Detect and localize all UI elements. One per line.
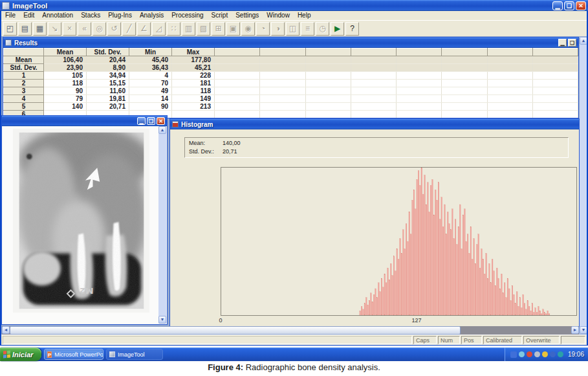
table-cell[interactable] bbox=[215, 64, 260, 72]
results-maximize-button[interactable]: ❏ bbox=[568, 39, 576, 47]
table-cell[interactable] bbox=[351, 87, 396, 95]
table-cell[interactable]: 90 bbox=[129, 103, 172, 111]
menu-stacks[interactable]: Stacks bbox=[77, 11, 104, 20]
table-cell[interactable]: 20,44 bbox=[87, 56, 129, 64]
threshold-button[interactable]: ◑ bbox=[271, 22, 285, 36]
main-titlebar[interactable]: ImageTool ▁ ❏ ✕ bbox=[0, 0, 588, 11]
list-button[interactable]: ≡ bbox=[301, 22, 314, 36]
table-cell[interactable]: 105 bbox=[44, 72, 87, 80]
help-button[interactable]: ? bbox=[345, 22, 359, 36]
table-cell[interactable] bbox=[351, 95, 396, 103]
antivirus-tray-icon[interactable] bbox=[527, 351, 532, 357]
scroll-up-icon[interactable]: ▲ bbox=[580, 37, 587, 45]
table-cell[interactable] bbox=[442, 87, 487, 95]
table-cell[interactable] bbox=[305, 72, 351, 80]
roi-tool-button[interactable]: ▣ bbox=[226, 22, 240, 36]
table-cell[interactable]: 149 bbox=[172, 95, 215, 103]
scroll-down-icon[interactable]: ▼ bbox=[158, 316, 166, 324]
table-cell[interactable] bbox=[215, 95, 260, 103]
table-cell[interactable] bbox=[260, 111, 305, 118]
menu-window[interactable]: Window bbox=[263, 11, 294, 20]
table-cell[interactable] bbox=[532, 64, 578, 72]
table-cell[interactable] bbox=[487, 72, 532, 80]
table-cell[interactable] bbox=[305, 111, 351, 118]
rotate-button[interactable]: ↺ bbox=[107, 22, 121, 36]
table-cell[interactable]: 118 bbox=[44, 80, 87, 87]
timer-button[interactable]: ◷ bbox=[316, 22, 329, 36]
minimize-button[interactable]: ▁ bbox=[552, 1, 563, 10]
table-cell[interactable] bbox=[442, 64, 487, 72]
table-cell[interactable] bbox=[442, 72, 487, 80]
table-cell[interactable] bbox=[442, 95, 487, 103]
find-objects-button[interactable]: ◉ bbox=[241, 22, 255, 36]
table-cell[interactable] bbox=[442, 56, 487, 64]
xray-titlebar[interactable]: ▁ ❏ ✕ bbox=[2, 116, 167, 126]
menu-file[interactable]: File bbox=[1, 11, 19, 20]
table-cell[interactable]: 8,90 bbox=[87, 64, 129, 72]
print-button[interactable]: ▦ bbox=[33, 22, 47, 36]
hscroll-thumb[interactable] bbox=[10, 326, 461, 335]
table-cell[interactable] bbox=[442, 80, 487, 87]
table-cell[interactable]: 34,94 bbox=[87, 72, 129, 80]
table-cell[interactable]: 106,40 bbox=[44, 56, 87, 64]
delete-button[interactable]: × bbox=[63, 22, 76, 36]
results-table[interactable]: MeanStd. Dev.MinMaxMean106,4020,4445,401… bbox=[3, 48, 578, 118]
table-cell[interactable]: 36,43 bbox=[129, 64, 172, 72]
menu-settings[interactable]: Settings bbox=[232, 11, 263, 20]
table-cell[interactable] bbox=[260, 95, 305, 103]
profile-tool-button[interactable]: ▧ bbox=[197, 22, 210, 36]
table-cell[interactable] bbox=[397, 95, 442, 103]
table-cell[interactable] bbox=[442, 111, 487, 118]
table-cell[interactable] bbox=[397, 87, 442, 95]
table-cell[interactable]: 90 bbox=[44, 87, 87, 95]
table-cell[interactable]: 11,60 bbox=[87, 87, 129, 95]
table-cell[interactable] bbox=[532, 95, 578, 103]
menu-processing[interactable]: Processing bbox=[168, 11, 207, 20]
table-cell[interactable]: 181 bbox=[172, 80, 215, 87]
line-tool-button[interactable]: ╱ bbox=[122, 22, 136, 36]
classify-button[interactable]: ◔ bbox=[256, 22, 270, 36]
table-cell[interactable] bbox=[351, 111, 396, 118]
count-tool-button[interactable]: ∷ bbox=[167, 22, 180, 36]
table-cell[interactable]: 70 bbox=[129, 80, 172, 87]
messenger-tray-icon[interactable] bbox=[519, 351, 525, 357]
results-titlebar[interactable]: Results ▁ ❏ bbox=[3, 38, 578, 48]
table-cell[interactable]: 4 bbox=[129, 72, 172, 80]
table-cell[interactable] bbox=[215, 111, 260, 118]
table-cell[interactable] bbox=[487, 56, 532, 64]
table-cell[interactable]: 228 bbox=[172, 72, 215, 80]
histogram-tool-button[interactable]: ▥ bbox=[182, 22, 195, 36]
histogram-titlebar[interactable]: Histogram bbox=[170, 119, 579, 129]
table-cell[interactable] bbox=[351, 56, 396, 64]
scroll-left-icon[interactable]: ◄ bbox=[2, 326, 10, 334]
table-cell[interactable] bbox=[260, 80, 305, 87]
table-cell[interactable]: 79 bbox=[44, 95, 87, 103]
table-cell[interactable] bbox=[532, 72, 578, 80]
table-cell[interactable]: 49 bbox=[129, 87, 172, 95]
table-cell[interactable] bbox=[351, 64, 396, 72]
taskbar-item-powerpoint[interactable]: P Microsoft PowerPoint ... bbox=[44, 349, 103, 360]
table-cell[interactable] bbox=[215, 56, 260, 64]
table-cell[interactable] bbox=[305, 103, 351, 111]
table-cell[interactable] bbox=[305, 87, 351, 95]
xray-minimize-button[interactable]: ▁ bbox=[137, 117, 146, 125]
table-cell[interactable] bbox=[532, 103, 578, 111]
start-button[interactable]: Iniciar bbox=[0, 348, 41, 361]
table-cell[interactable] bbox=[351, 80, 396, 87]
close-button[interactable]: ✕ bbox=[576, 1, 586, 10]
table-cell[interactable] bbox=[215, 72, 260, 80]
pointer-tool-button[interactable]: ↘ bbox=[48, 22, 61, 36]
table-cell[interactable]: 19,81 bbox=[87, 95, 129, 103]
open-image-button[interactable]: ◰ bbox=[3, 22, 17, 36]
table-cell[interactable] bbox=[172, 111, 215, 118]
table-cell[interactable] bbox=[487, 95, 532, 103]
table-cell[interactable] bbox=[305, 95, 351, 103]
menu-annotation[interactable]: Annotation bbox=[38, 11, 77, 20]
scroll-down-icon[interactable]: ▼ bbox=[580, 326, 587, 334]
table-cell[interactable] bbox=[532, 111, 578, 118]
taskbar-item-imagetool[interactable]: ImageTool bbox=[106, 349, 163, 360]
table-cell[interactable]: 45,21 bbox=[172, 64, 215, 72]
menu-analysis[interactable]: Analysis bbox=[136, 11, 168, 20]
table-cell[interactable] bbox=[442, 103, 487, 111]
table-cell[interactable] bbox=[397, 56, 442, 64]
